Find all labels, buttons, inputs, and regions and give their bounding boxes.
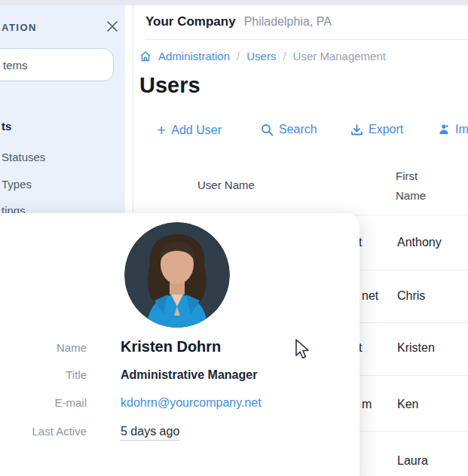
sidebar-title: ATION	[2, 22, 37, 33]
plus-icon: +	[157, 123, 166, 138]
first-name-cell: Kristen	[397, 341, 435, 355]
sidebar-item-2[interactable]: Types	[2, 178, 32, 191]
last-active-value[interactable]: 5 days ago	[121, 425, 179, 441]
sidebar-search-input[interactable]	[0, 48, 114, 81]
detail-row-name: Name Kristen Dohrn	[0, 338, 339, 355]
column-header-first-name[interactable]: First Name	[396, 166, 442, 206]
detail-row-title: Title Administrative Manager	[0, 368, 339, 382]
company-location: Philadelphia, PA	[244, 15, 332, 29]
home-icon[interactable]	[139, 50, 151, 63]
first-name-cell: Chris	[397, 289, 425, 303]
import-button[interactable]: Im	[438, 123, 468, 136]
mouse-cursor	[295, 339, 311, 365]
close-icon[interactable]	[103, 18, 121, 36]
first-name-cell: Laura	[397, 454, 428, 468]
add-user-button[interactable]: + Add User	[157, 123, 222, 138]
detail-row-email: E-mail kdohrn@yourcompany.net	[0, 396, 339, 410]
user-avatar	[124, 222, 230, 328]
detail-row-last-active: Last Active 5 days ago	[0, 425, 339, 441]
search-button[interactable]: Search	[261, 123, 317, 136]
user-name-cell: net	[362, 289, 378, 303]
header-divider	[145, 39, 468, 40]
search-label: Search	[279, 123, 317, 136]
sidebar-item-1[interactable]: Statuses	[2, 151, 45, 163]
email-label: E-mail	[0, 396, 87, 409]
user-name-cell: m	[362, 398, 372, 411]
breadcrumb-separator: /	[237, 50, 240, 63]
export-button[interactable]: Export	[350, 123, 403, 136]
import-user-icon	[438, 124, 450, 136]
last-active-label: Last Active	[0, 425, 87, 438]
import-label: Im	[455, 123, 468, 136]
name-value: Kristen Dohrn	[121, 338, 221, 355]
email-link[interactable]: kdohrn@yourcompany.net	[121, 396, 262, 410]
sidebar-item-0[interactable]: ts	[2, 120, 11, 133]
breadcrumb-current: User Management	[293, 50, 386, 63]
search-icon	[261, 124, 274, 136]
breadcrumb-users[interactable]: Users	[246, 50, 276, 63]
export-label: Export	[369, 123, 403, 136]
breadcrumb-separator: /	[283, 50, 286, 63]
first-name-cell: Anthony	[397, 236, 442, 249]
breadcrumb: Administration / Users / User Management	[139, 50, 386, 63]
breadcrumb-administration[interactable]: Administration	[158, 50, 230, 63]
name-label: Name	[0, 341, 87, 354]
title-label: Title	[0, 368, 87, 381]
title-value: Administrative Manager	[121, 368, 257, 382]
page-title: Users	[139, 73, 200, 98]
column-header-user-name[interactable]: User Name	[197, 178, 255, 191]
panel-divider	[133, 5, 133, 213]
add-user-label: Add User	[171, 124, 222, 137]
first-name-cell: Ken	[397, 398, 418, 411]
download-icon	[350, 124, 363, 136]
company-header: Your Company Philadelphia, PA	[145, 14, 332, 29]
company-name: Your Company	[145, 14, 236, 29]
